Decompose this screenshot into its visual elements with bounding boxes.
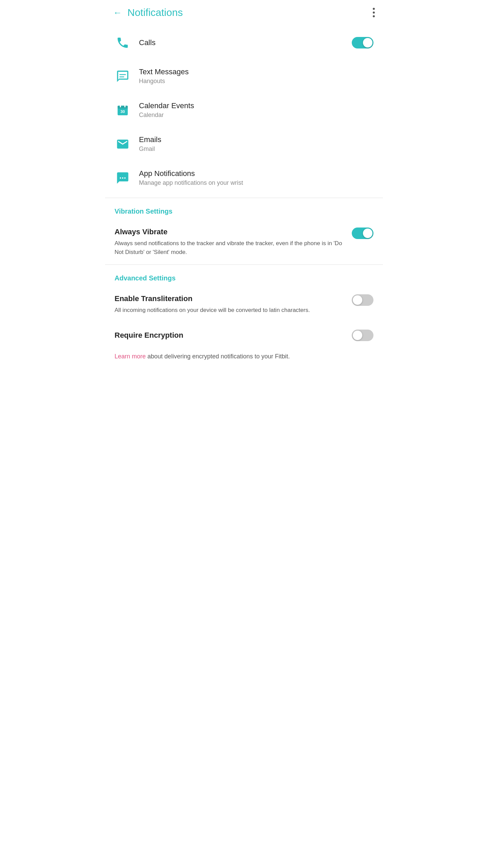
emails-item-left: Emails Gmail bbox=[115, 135, 161, 153]
transliteration-title: Enable Transliteration bbox=[115, 294, 345, 303]
calendar-events-item-left: 30 Calendar Events Calendar bbox=[115, 101, 194, 119]
more-dot-1 bbox=[373, 8, 375, 10]
learn-more-text: about delivering encrypted notifications… bbox=[146, 353, 290, 360]
svg-point-6 bbox=[122, 177, 123, 179]
app-notifications-item-left: App Notifications Manage app notificatio… bbox=[115, 169, 243, 186]
advanced-section-header: Advanced Settings bbox=[105, 265, 383, 288]
calls-item[interactable]: Calls bbox=[105, 26, 383, 59]
calls-toggle[interactable] bbox=[352, 37, 373, 48]
calendar-events-title: Calendar Events bbox=[139, 101, 194, 110]
learn-more-link[interactable]: Learn more bbox=[115, 353, 146, 360]
always-vibrate-desc: Always send notifications to the tracker… bbox=[115, 239, 345, 256]
text-messages-title: Text Messages bbox=[139, 67, 189, 76]
vibration-section: Vibration Settings Always Vibrate Always… bbox=[105, 198, 383, 264]
phone-icon bbox=[115, 35, 131, 51]
transliteration-toggle-thumb bbox=[353, 295, 362, 305]
learn-more-row: Learn more about delivering encrypted no… bbox=[105, 349, 383, 372]
encryption-toggle[interactable] bbox=[352, 330, 373, 341]
always-vibrate-text: Always Vibrate Always send notifications… bbox=[115, 228, 352, 256]
app-notifications-item[interactable]: App Notifications Manage app notificatio… bbox=[105, 161, 383, 195]
calendar-icon: 30 bbox=[115, 102, 131, 118]
vibration-section-header: Vibration Settings bbox=[105, 198, 383, 221]
transliteration-desc: All incoming notifications on your devic… bbox=[115, 306, 345, 315]
calls-toggle-thumb bbox=[363, 38, 372, 47]
svg-point-7 bbox=[124, 177, 126, 179]
back-button[interactable]: ← bbox=[113, 8, 122, 17]
notification-list: Calls Text Messages Hangouts bbox=[105, 24, 383, 198]
calendar-events-item[interactable]: 30 Calendar Events Calendar bbox=[105, 93, 383, 127]
text-messages-subtitle: Hangouts bbox=[139, 78, 189, 85]
more-dot-2 bbox=[373, 12, 375, 14]
emails-text: Emails Gmail bbox=[139, 135, 161, 153]
emails-title: Emails bbox=[139, 135, 161, 144]
transliteration-toggle[interactable] bbox=[352, 294, 373, 306]
encryption-row: Require Encryption bbox=[105, 323, 383, 349]
app-notifications-title: App Notifications bbox=[139, 169, 243, 178]
svg-rect-1 bbox=[118, 105, 128, 108]
emails-item[interactable]: Emails Gmail bbox=[105, 127, 383, 161]
transliteration-text: Enable Transliteration All incoming noti… bbox=[115, 294, 352, 315]
encryption-title: Require Encryption bbox=[115, 331, 183, 340]
chat-icon bbox=[115, 68, 131, 84]
calendar-events-text: Calendar Events Calendar bbox=[139, 101, 194, 119]
more-dot-3 bbox=[373, 15, 375, 17]
app-notifications-text: App Notifications Manage app notificatio… bbox=[139, 169, 243, 186]
email-icon bbox=[115, 136, 131, 152]
svg-text:30: 30 bbox=[121, 109, 125, 114]
calls-item-left: Calls bbox=[115, 35, 156, 51]
text-messages-item-left: Text Messages Hangouts bbox=[115, 67, 189, 85]
always-vibrate-toggle-thumb bbox=[363, 229, 372, 238]
svg-point-5 bbox=[120, 177, 121, 179]
app-chat-icon bbox=[115, 170, 131, 186]
calendar-events-subtitle: Calendar bbox=[139, 112, 194, 119]
more-menu-button[interactable] bbox=[373, 8, 375, 17]
always-vibrate-title: Always Vibrate bbox=[115, 228, 345, 236]
encryption-toggle-thumb bbox=[353, 331, 362, 340]
calls-title: Calls bbox=[139, 38, 156, 47]
app-notifications-subtitle: Manage app notifications on your wrist bbox=[139, 179, 243, 186]
always-vibrate-toggle[interactable] bbox=[352, 228, 373, 239]
emails-subtitle: Gmail bbox=[139, 145, 161, 153]
text-messages-item[interactable]: Text Messages Hangouts bbox=[105, 59, 383, 93]
header-left: ← Notifications bbox=[113, 7, 183, 18]
page-title: Notifications bbox=[127, 7, 183, 18]
advanced-section: Advanced Settings Enable Transliteration… bbox=[105, 265, 383, 372]
header: ← Notifications bbox=[105, 0, 383, 24]
text-messages-text: Text Messages Hangouts bbox=[139, 67, 189, 85]
always-vibrate-row: Always Vibrate Always send notifications… bbox=[105, 221, 383, 264]
calls-text: Calls bbox=[139, 38, 156, 47]
transliteration-row: Enable Transliteration All incoming noti… bbox=[105, 288, 383, 323]
